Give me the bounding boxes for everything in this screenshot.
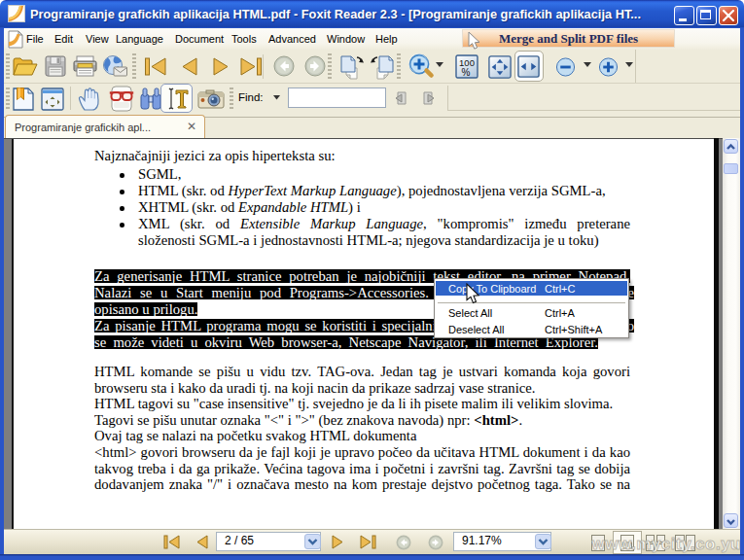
svg-text:%: % — [462, 67, 471, 78]
